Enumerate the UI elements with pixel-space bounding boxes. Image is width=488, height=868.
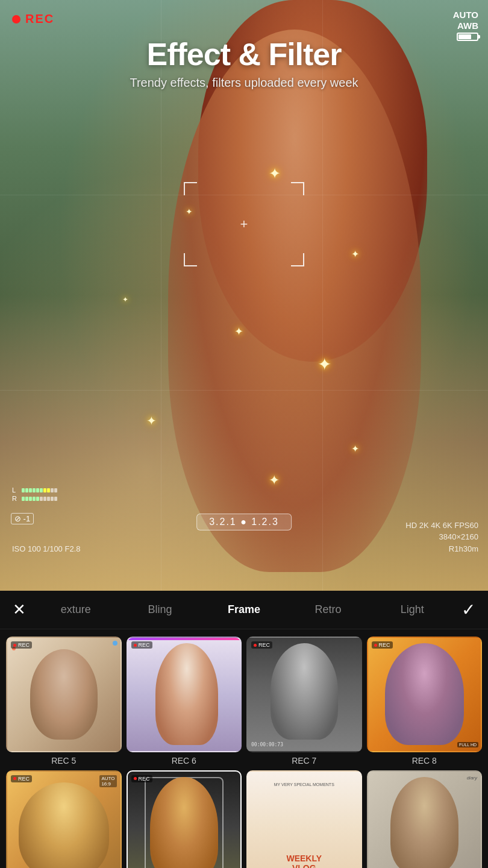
rec-label-rec6: REC [139, 642, 150, 648]
filter-item-vlog[interactable]: MY VERY SPECIAL MOMENTS WEEKLYVLOG Vlog [246, 770, 362, 869]
tab-bling[interactable]: Bling [118, 600, 202, 620]
meter-seg [33, 488, 36, 492]
person-rec9 [19, 782, 109, 868]
tab-texture[interactable]: exture [34, 600, 118, 620]
tab-retro[interactable]: Retro [286, 600, 371, 620]
confetti-blue [113, 641, 117, 646]
cam-remaining: R1h30m [405, 543, 478, 555]
meter-seg [25, 488, 28, 492]
person-rec6 [155, 643, 217, 745]
rec-dot-rec6 [134, 644, 137, 647]
rec-dot-rec9 [13, 777, 16, 780]
rec-dot-rec8 [374, 644, 377, 647]
cam-resolution-value: 3840×2160 [405, 531, 478, 543]
thumb-bg-rec6: REC [128, 638, 241, 751]
meter-seg [54, 488, 57, 492]
filter-name-rec7: REC 7 [292, 756, 316, 766]
filter-thumb-rec10: REC [127, 770, 242, 869]
rec-badge-rec6: REC [131, 641, 152, 649]
filter-thumb-diary: diary [367, 770, 483, 869]
filter-item-rec6[interactable]: REC REC 6 [127, 637, 242, 766]
filter-item-rec8[interactable]: FULL HD REC REC 8 [367, 637, 483, 766]
thumb-bg-vlog: MY VERY SPECIAL MOMENTS WEEKLYVLOG [248, 772, 361, 869]
meter-seg [40, 488, 43, 492]
meter-seg [22, 497, 25, 501]
meter-seg [40, 497, 43, 501]
filter-item-diary[interactable]: diary Diary [367, 770, 483, 869]
meter-bar-r [22, 497, 57, 501]
rec-badge-rec8: REC [372, 641, 393, 649]
cam-settings-left: ISO 100 1/100 F2.8 [12, 543, 80, 555]
person-diary [390, 777, 458, 868]
timecode-rec7: 00:00:00:73 [251, 742, 283, 747]
filter-item-rec9[interactable]: REC AUTO16:9 REC 9 [6, 770, 122, 869]
viewfinder: ✦ ✦ ✦ ✦ ✦ ✦ ✦ ✦ ✦ REC AUTO AWB Effect & … [0, 0, 488, 591]
tab-frame[interactable]: Frame [202, 600, 286, 620]
meter-seg [51, 488, 54, 492]
filter-name-rec8: REC 8 [412, 756, 437, 766]
meter-seg [43, 488, 46, 492]
vlog-main-text: WEEKLYVLOG [286, 854, 322, 868]
filter-name-rec6: REC 6 [172, 756, 196, 766]
rec-badge-rec9: REC [11, 775, 32, 782]
exposure-value: ⊘ -1 [14, 514, 30, 523]
countdown-display: 3.2.1 ● 1.2.3 [196, 514, 292, 530]
cam-iso: ISO 100 1/100 F2.8 [12, 543, 80, 555]
awb-label: AWB [457, 20, 478, 31]
meter-seg [33, 497, 36, 501]
main-title: Effect & Filter [0, 36, 488, 72]
thumb-bg-rec8: FULL HD REC [368, 638, 481, 751]
person-rec10 [150, 777, 218, 868]
auto-awb: AUTO AWB [453, 10, 478, 31]
meter-seg [29, 488, 32, 492]
diary-text: diary [467, 775, 477, 781]
meter-seg [43, 497, 46, 501]
meter-seg [29, 497, 32, 501]
close-button[interactable]: ✕ [5, 596, 34, 624]
bottom-panel: ✕ exture Bling Frame Retro Light ✓ REC [0, 591, 488, 868]
tab-light[interactable]: Light [370, 600, 454, 620]
filter-item-rec10[interactable]: REC REC 10 [127, 770, 242, 869]
rec-label-rec9: REC [18, 776, 30, 782]
confirm-button[interactable]: ✓ [454, 596, 483, 624]
thumb-bg-rec7: 00:00:00:73 REC [248, 638, 361, 751]
meter-right: R [12, 495, 57, 502]
rec-indicator: REC [12, 12, 54, 26]
filter-thumb-rec8: FULL HD REC [367, 637, 483, 752]
rec-label: REC [25, 12, 54, 26]
filter-item-rec7[interactable]: 00:00:00:73 REC REC 7 [246, 637, 362, 766]
cam-resolution-label: HD 2K 4K 6K FPS60 [405, 520, 478, 532]
meter-seg [47, 497, 50, 501]
filter-thumb-rec5: REC [6, 637, 122, 752]
meter-seg [47, 488, 50, 492]
meter-left: L [12, 486, 57, 494]
filter-thumb-rec7: 00:00:00:73 REC [246, 637, 362, 752]
rec-dot-rec5 [13, 644, 16, 647]
filter-tabs: ✕ exture Bling Frame Retro Light ✓ [0, 591, 488, 629]
rec-label-rec10: REC [139, 776, 150, 782]
rec-label-rec8: REC [379, 642, 390, 648]
person-rec8 [385, 643, 464, 745]
rec-badge-rec10: REC [131, 775, 152, 782]
filter-name-rec5: REC 5 [51, 756, 76, 766]
meter-bar-l [22, 488, 57, 492]
auto-label: AUTO [453, 10, 478, 20]
rec9-tag: AUTO16:9 [99, 775, 116, 787]
person-rec7 [271, 643, 339, 739]
cam-settings-right: HD 2K 4K 6K FPS60 3840×2160 R1h30m [405, 520, 478, 555]
thumb-bg-rec10: REC [128, 772, 241, 869]
meter-seg [51, 497, 54, 501]
meter-seg [25, 497, 28, 501]
filter-thumb-rec9: REC AUTO16:9 [6, 770, 122, 869]
person-rec5 [30, 649, 98, 740]
rec-label-rec5: REC [18, 642, 30, 648]
meter-seg [22, 488, 25, 492]
filter-item-rec5[interactable]: REC REC 5 [6, 637, 122, 766]
rec-badge-rec7: REC [251, 641, 272, 649]
rec-dot [12, 15, 20, 24]
thumb-bg-diary: diary [368, 772, 481, 869]
meter-label-r: R [12, 495, 19, 502]
meter-label-l: L [12, 486, 19, 494]
vlog-small-text: MY VERY SPECIAL MOMENTS [274, 782, 334, 787]
filter-thumb-rec6: REC [127, 637, 242, 752]
